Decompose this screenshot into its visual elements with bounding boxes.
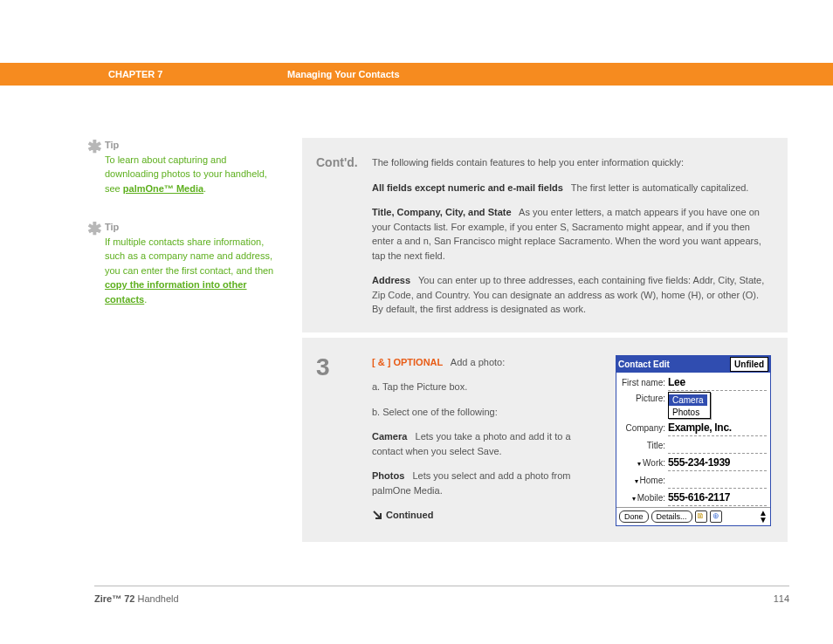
asterisk-icon: ✱	[87, 220, 105, 306]
step-number: 3	[316, 355, 372, 380]
widget-work: 555-234-1939	[668, 455, 767, 471]
tip-block: ✱ Tip To learn about capturing and downl…	[87, 138, 283, 195]
asterisk-icon: ✱	[87, 138, 105, 195]
widget-mobile: 555-616-2117	[668, 490, 767, 506]
continued-marker: Continued	[372, 508, 603, 523]
step-3: 3 [ & ] OPTIONAL Add a photo: a. Tap the…	[302, 338, 788, 543]
sort-icon: ▲▼	[759, 510, 768, 524]
tips-sidebar: ✱ Tip To learn about capturing and downl…	[87, 138, 283, 331]
tip-link-copy[interactable]: copy the information into other contacts	[105, 279, 247, 305]
lock-icon: ⊕	[710, 510, 722, 523]
field-group-2-lead: Title, Company, City, and State	[372, 207, 512, 217]
widget-done-button: Done	[619, 510, 649, 523]
widget-company: Example, Inc.	[668, 420, 767, 436]
chapter-number: CHAPTER 7	[108, 69, 287, 79]
optional-tag: [ & ] OPTIONAL	[372, 357, 443, 367]
contd-intro: The following fields contain features to…	[372, 155, 771, 170]
chapter-header: CHAPTER 7 Managing Your Contacts	[0, 63, 833, 86]
widget-details-button: Details...	[651, 510, 692, 523]
widget-firstname: Lee	[668, 374, 767, 391]
widget-picture-menu: Camera Photos	[668, 392, 711, 420]
note-icon: 🗎	[695, 510, 707, 523]
contact-edit-screenshot: Contact Edit Unfiled First name:Lee Pict…	[616, 355, 771, 527]
widget-category: Unfiled	[730, 357, 768, 372]
field-group-3-lead: Address	[372, 275, 410, 285]
main-content: Cont'd. The following fields contain fea…	[302, 138, 788, 547]
step-a: a. Tap the Picture box.	[372, 380, 603, 394]
field-group-1-lead: All fields except numeric and e-mail fie…	[372, 182, 563, 193]
step-continued: Cont'd. The following fields contain fea…	[302, 138, 788, 332]
tip-label: Tip	[105, 140, 119, 150]
page-number: 114	[774, 593, 789, 604]
field-group-1-text: The first letter is automatically capita…	[571, 182, 749, 193]
step-b: b. Select one of the following:	[372, 405, 603, 420]
camera-lead: Camera	[372, 431, 407, 442]
widget-title: Contact Edit	[618, 358, 670, 371]
tip-link-media[interactable]: palmOne™ Media	[123, 183, 203, 194]
field-group-3-text: You can enter up to three addresses, eac…	[372, 275, 764, 314]
chapter-title: Managing Your Contacts	[287, 69, 400, 79]
footer-product: Zire™ 72	[94, 593, 134, 604]
tip-block: ✱ Tip If multiple contacts share informa…	[87, 220, 283, 306]
page-footer: Zire™ 72 Handheld 114	[94, 586, 789, 604]
continued-label: Cont'd.	[316, 155, 372, 169]
photos-lead: Photos	[372, 470, 404, 481]
arrow-down-right-icon	[372, 510, 382, 520]
tip-label: Tip	[105, 222, 119, 232]
tip-text: If multiple contacts share information, …	[105, 236, 273, 276]
